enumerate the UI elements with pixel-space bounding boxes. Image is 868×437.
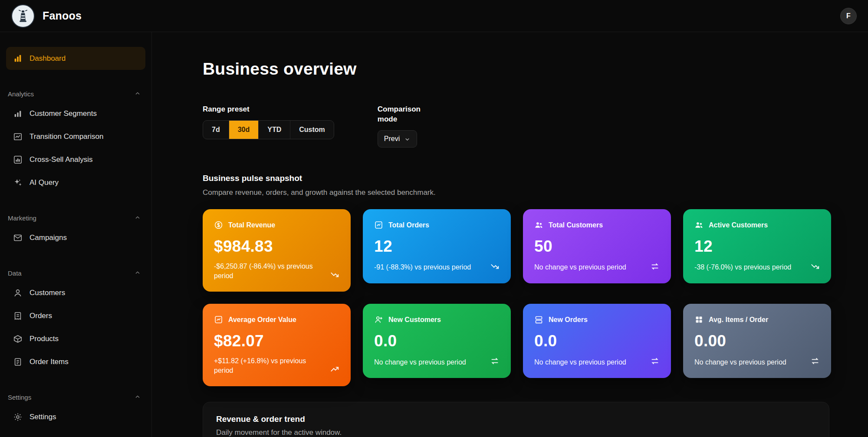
section-header-analytics[interactable]: Analytics	[6, 89, 145, 99]
swap-arrows-icon	[810, 356, 820, 367]
section-label: Settings	[8, 394, 31, 401]
user-avatar[interactable]: F	[840, 8, 857, 24]
section-header-data[interactable]: Data	[6, 268, 145, 278]
brand: Fanoos	[11, 4, 82, 28]
section-header-marketing[interactable]: Marketing	[6, 213, 145, 223]
dashboard-bars-icon	[13, 54, 23, 63]
kpi-value: 0.00	[694, 332, 820, 350]
sidebar-item-cross-sell-analysis[interactable]: Cross-Sell Analysis	[6, 148, 145, 171]
chart-badge-icon	[214, 315, 223, 324]
person-icon	[13, 288, 23, 298]
kpi-change-text: -91 (-88.3%) vs previous period	[374, 263, 471, 272]
chevron-down-icon	[404, 136, 411, 142]
filter-controls: Range preset 7d 30d YTD Custom Compariso…	[203, 104, 868, 148]
line-chart-square-icon	[13, 132, 23, 141]
section-label: Analytics	[8, 90, 34, 98]
kpi-change-text: +$11.82 (+16.8%) vs previous period	[214, 356, 325, 375]
kpi-value: 50	[534, 237, 660, 256]
sidebar-item-label: Settings	[30, 413, 56, 421]
layers-icon	[534, 315, 543, 324]
envelope-icon	[13, 233, 23, 243]
app-shell: Dashboard Analytics Customer Segments	[0, 32, 868, 437]
comparison-mode-block: Comparison mode Previ	[378, 104, 425, 148]
kpi-label: New Customers	[388, 316, 441, 324]
sidebar: Dashboard Analytics Customer Segments	[0, 32, 152, 437]
box-icon	[13, 334, 23, 344]
sidebar-item-products[interactable]: Products	[6, 327, 145, 350]
page-title: Business overview	[203, 58, 868, 80]
kpi-card-new-orders: New Orders 0.0 No change vs previous per…	[523, 304, 671, 378]
document-icon	[13, 357, 23, 367]
sidebar-item-customers[interactable]: Customers	[6, 281, 145, 304]
pulse-section-title: Business pulse snapshot	[203, 174, 868, 183]
kpi-change-text: No change vs previous period	[374, 358, 466, 367]
comparison-mode-value: Previ	[384, 135, 400, 143]
sidebar-item-label: Customer Segments	[30, 109, 97, 118]
app-title: Fanoos	[43, 10, 82, 22]
sidebar-section-marketing: Marketing Campaigns	[6, 213, 145, 249]
section-label: Marketing	[8, 214, 36, 222]
sidebar-item-label: Cross-Sell Analysis	[30, 155, 93, 164]
range-preset-label: Range preset	[203, 104, 334, 114]
kpi-value: 12	[694, 237, 820, 256]
sidebar-item-label: Products	[30, 335, 59, 343]
sidebar-item-dashboard[interactable]: Dashboard	[6, 47, 145, 70]
range-option-7d[interactable]: 7d	[203, 121, 229, 139]
sidebar-item-label: Transition Comparison	[30, 132, 103, 141]
sidebar-item-settings[interactable]: Settings	[6, 405, 145, 428]
swap-arrows-icon	[650, 262, 660, 272]
top-header: Fanoos F	[0, 0, 868, 32]
dollar-circle-icon	[214, 220, 223, 230]
bar-chart-icon	[13, 109, 23, 118]
section-header-settings[interactable]: Settings	[6, 392, 145, 402]
trend-card-title: Revenue & order trend	[216, 414, 816, 424]
sidebar-section-settings: Settings Settings	[6, 392, 145, 428]
chart-badge-icon	[374, 220, 383, 230]
sidebar-item-label: Dashboard	[30, 54, 66, 63]
chart-square-icon	[13, 155, 23, 164]
kpi-card-average-order-value: Average Order Value $82.07 +$11.82 (+16.…	[203, 304, 351, 386]
chevron-up-icon	[134, 214, 141, 221]
kpi-value: 0.0	[534, 332, 660, 350]
chevron-up-icon	[134, 90, 141, 97]
kpi-label: New Orders	[549, 316, 588, 324]
swap-arrows-icon	[650, 356, 660, 367]
kpi-card-total-customers: Total Customers 50 No change vs previous…	[523, 209, 671, 283]
kpi-value: $82.07	[214, 332, 339, 350]
trend-card-subtitle: Daily movement for the active window.	[216, 428, 816, 437]
chevron-up-icon	[134, 394, 141, 401]
kpi-change-text: No change vs previous period	[694, 358, 786, 367]
sidebar-item-orders[interactable]: Orders	[6, 304, 145, 327]
kpi-label: Total Revenue	[228, 221, 275, 229]
sidebar-section-data: Data Customers Orders	[6, 268, 145, 373]
comparison-mode-select[interactable]: Previ	[378, 130, 417, 148]
kpi-label: Active Customers	[709, 221, 768, 229]
swap-arrows-icon	[490, 356, 500, 367]
kpi-label: Average Order Value	[228, 316, 296, 324]
kpi-label: Total Customers	[549, 221, 603, 229]
kpi-value: 12	[374, 237, 500, 256]
kpi-card-total-revenue: Total Revenue $984.83 -$6,250.87 (-86.4%…	[203, 209, 351, 292]
range-option-custom[interactable]: Custom	[290, 121, 334, 139]
sidebar-item-transition-comparison[interactable]: Transition Comparison	[6, 125, 145, 148]
trend-down-icon	[490, 262, 500, 272]
range-option-30d[interactable]: 30d	[229, 121, 259, 139]
sparkles-icon	[13, 178, 23, 187]
sidebar-item-label: Order Items	[30, 358, 69, 366]
kpi-change-text: No change vs previous period	[534, 358, 626, 367]
sidebar-item-ai-query[interactable]: AI Query	[6, 171, 145, 194]
kpi-change-text: No change vs previous period	[534, 263, 626, 272]
comparison-mode-label: Comparison mode	[378, 104, 425, 124]
sidebar-item-label: Campaigns	[30, 233, 67, 242]
kpi-label: Total Orders	[388, 221, 429, 229]
kpi-card-avg-items-per-order: Avg. Items / Order 0.00 No change vs pre…	[683, 304, 831, 378]
sidebar-item-campaigns[interactable]: Campaigns	[6, 226, 145, 249]
sidebar-section-analytics: Analytics Customer Segments Transition C…	[6, 89, 145, 194]
sidebar-item-order-items[interactable]: Order Items	[6, 350, 145, 373]
kpi-label: Avg. Items / Order	[709, 316, 768, 324]
range-option-ytd[interactable]: YTD	[259, 121, 290, 139]
kpi-value: $984.83	[214, 237, 339, 256]
chevron-up-icon	[134, 269, 141, 276]
sidebar-item-customer-segments[interactable]: Customer Segments	[6, 102, 145, 125]
trend-down-icon	[810, 262, 820, 272]
